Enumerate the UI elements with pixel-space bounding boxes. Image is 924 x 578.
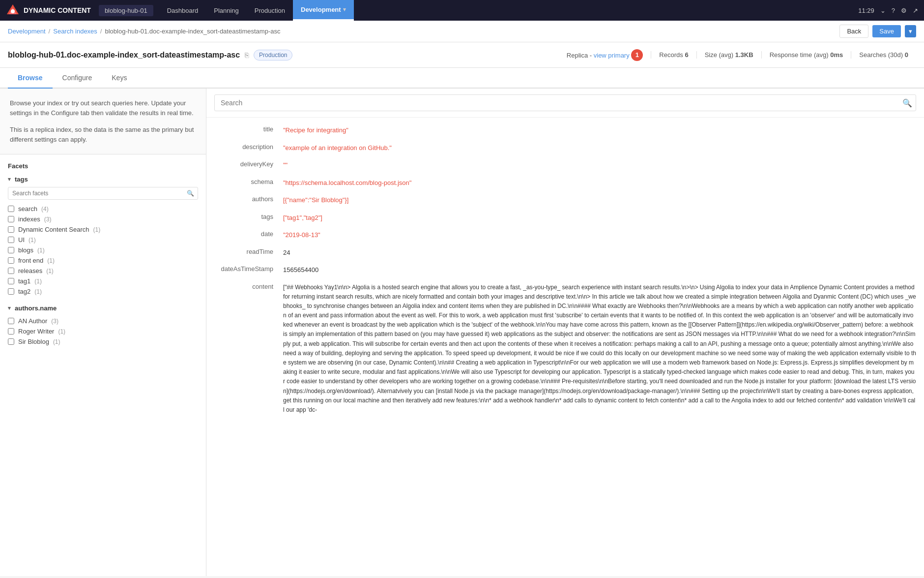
record-value-deliverykey: "" bbox=[283, 160, 916, 170]
searches-stat: Searches (30d) 0 bbox=[851, 51, 916, 59]
index-header: bloblog-hub-01.doc-example-index_sort-da… bbox=[0, 42, 924, 68]
breadcrumb-development[interactable]: Development bbox=[8, 28, 46, 35]
facet-checkbox-releases[interactable] bbox=[8, 268, 14, 274]
search-bar-wrapper: 🔍 bbox=[206, 89, 924, 118]
facet-item-search: search (4) bbox=[8, 204, 198, 214]
facet-label-frontend: front end bbox=[18, 257, 43, 264]
search-input[interactable] bbox=[214, 94, 916, 111]
view-primary-link[interactable]: view primary bbox=[594, 51, 630, 59]
save-button[interactable]: Save bbox=[872, 25, 901, 37]
facets-section: Facets ▾ tags 🔍 search (4) i bbox=[0, 154, 206, 363]
facet-label-search: search bbox=[18, 205, 37, 213]
record-row-readtime: readTime 24 bbox=[214, 248, 916, 258]
nav-planning[interactable]: Planning bbox=[206, 0, 247, 21]
replica-stat: Replica - view primary 1 bbox=[559, 49, 651, 61]
facet-item-tag1: tag1 (1) bbox=[8, 276, 198, 286]
nav-development[interactable]: Development ▾ bbox=[293, 0, 354, 21]
facet-checkbox-tag1[interactable] bbox=[8, 278, 14, 284]
facet-count-releases: (1) bbox=[46, 268, 54, 274]
facet-count-sir-bloblog: (1) bbox=[53, 338, 60, 345]
facet-count-ui: (1) bbox=[29, 237, 36, 243]
record-label-readtime: readTime bbox=[214, 248, 283, 258]
record-row-content: content ["## Webhooks Yay1\n\n> Algolia … bbox=[214, 283, 916, 415]
facet-group-tags-header[interactable]: ▾ tags bbox=[8, 176, 198, 183]
facet-search-input[interactable] bbox=[8, 187, 198, 200]
record-label-content: content bbox=[214, 283, 283, 415]
facet-group-authors-header[interactable]: ▾ authors.name bbox=[8, 304, 198, 312]
main-content: Browse your index or try out search quer… bbox=[0, 89, 924, 576]
breadcrumb-search-indexes[interactable]: Search indexes bbox=[53, 28, 97, 35]
record-value-authors: [{"name":"Sir Bloblog"}] bbox=[283, 195, 916, 205]
facet-label-indexes: indexes bbox=[18, 215, 40, 223]
nav-settings-icon[interactable]: ⚙ bbox=[901, 7, 907, 14]
facet-label-tag1: tag1 bbox=[18, 277, 30, 285]
breadcrumb: Development / Search indexes / bloblog-h… bbox=[8, 28, 280, 35]
facet-item-indexes: indexes (3) bbox=[8, 214, 198, 224]
response-stat: Response time (avg) 0ms bbox=[761, 51, 851, 59]
info-text-1: Browse your index or try out search quer… bbox=[10, 98, 196, 118]
facet-count-blogs: (1) bbox=[37, 247, 45, 254]
facets-title: Facets bbox=[8, 162, 198, 170]
facet-label-roger-writer: Roger Writer bbox=[18, 328, 54, 335]
facet-checkbox-sir-bloblog[interactable] bbox=[8, 338, 14, 345]
record-row-authors: authors [{"name":"Sir Bloblog"}] bbox=[214, 195, 916, 205]
tab-keys[interactable]: Keys bbox=[102, 68, 137, 89]
facet-group-authors: ▾ authors.name AN Author (3) Roger Write… bbox=[8, 304, 198, 347]
record-row-description: description "example of an integration o… bbox=[214, 143, 916, 153]
record-label-tags: tags bbox=[214, 213, 283, 223]
facet-item-tag2: tag2 (1) bbox=[8, 286, 198, 297]
facet-checkbox-blogs[interactable] bbox=[8, 247, 14, 253]
tags-arrow-icon: ▾ bbox=[8, 176, 11, 183]
left-panel: Browse your index or try out search quer… bbox=[0, 89, 206, 576]
save-dropdown-button[interactable]: ▾ bbox=[905, 25, 916, 37]
facet-item-roger-writer: Roger Writer (1) bbox=[8, 326, 198, 336]
record-value-schema: "https://schema.localhost.com/blog-post.… bbox=[283, 178, 916, 188]
record-value-description: "example of an integration on GitHub." bbox=[283, 143, 916, 153]
tab-browse[interactable]: Browse bbox=[8, 68, 53, 89]
facet-label-blogs: blogs bbox=[18, 246, 33, 254]
nav-user-icon[interactable]: ↗ bbox=[913, 7, 918, 14]
facet-checkbox-search[interactable] bbox=[8, 206, 14, 212]
facet-checkbox-dynamic-content-search[interactable] bbox=[8, 226, 14, 233]
facet-item-dynamic-content-search: Dynamic Content Search (1) bbox=[8, 224, 198, 235]
back-button[interactable]: Back bbox=[839, 25, 868, 38]
authors-label: authors.name bbox=[15, 304, 57, 312]
facet-item-blogs: blogs (1) bbox=[8, 245, 198, 255]
facet-checkbox-tag2[interactable] bbox=[8, 288, 14, 295]
record-row-datetimestamp: dateAsTimeStamp 1565654400 bbox=[214, 265, 916, 275]
tab-configure[interactable]: Configure bbox=[53, 68, 102, 89]
record-label-schema: schema bbox=[214, 178, 283, 188]
svg-point-2 bbox=[11, 9, 15, 13]
facet-count-search: (4) bbox=[41, 206, 49, 213]
facet-count-tag2: (1) bbox=[34, 288, 42, 295]
record-row-schema: schema "https://schema.localhost.com/blo… bbox=[214, 178, 916, 188]
facet-checkbox-indexes[interactable] bbox=[8, 216, 14, 222]
right-panel: 🔍 title "Recipe for integrating" descrip… bbox=[206, 89, 924, 576]
facet-count-indexes: (3) bbox=[44, 216, 52, 223]
record-row-deliverykey: deliveryKey "" bbox=[214, 160, 916, 170]
index-title-area: bloblog-hub-01.doc-example-index_sort-da… bbox=[8, 50, 292, 61]
facet-checkbox-an-author[interactable] bbox=[8, 318, 14, 324]
facet-checkbox-ui[interactable] bbox=[8, 237, 14, 243]
records-stat: Records 6 bbox=[651, 51, 696, 59]
nav-expand-icon: ⌄ bbox=[880, 7, 886, 14]
nav-time: 11:29 bbox=[858, 7, 874, 14]
record-label-authors: authors bbox=[214, 195, 283, 205]
facet-checkbox-roger-writer[interactable] bbox=[8, 328, 14, 335]
size-value: 1.3KB bbox=[735, 51, 753, 59]
copy-icon[interactable]: ⎘ bbox=[245, 51, 249, 59]
breadcrumb-current: bloblog-hub-01.doc-example-index_sort-da… bbox=[105, 28, 280, 35]
facet-label-dynamic-content-search: Dynamic Content Search bbox=[18, 226, 89, 233]
facet-label-ui: UI bbox=[18, 236, 25, 243]
nav-help-icon[interactable]: ? bbox=[892, 7, 895, 14]
facet-label-sir-bloblog: Sir Bloblog bbox=[18, 338, 49, 345]
facet-count-an-author: (3) bbox=[51, 318, 58, 325]
hub-name[interactable]: bloblog-hub-01 bbox=[99, 5, 153, 16]
record-value-date: "2019-08-13" bbox=[283, 230, 916, 240]
nav-dashboard[interactable]: Dashboard bbox=[159, 0, 206, 21]
nav-production[interactable]: Production bbox=[247, 0, 293, 21]
facet-checkbox-frontend[interactable] bbox=[8, 257, 14, 264]
top-nav: DYNAMIC CONTENT bloblog-hub-01 Dashboard… bbox=[0, 0, 924, 21]
searches-value: 0 bbox=[905, 51, 908, 59]
response-value: 0ms bbox=[830, 51, 843, 59]
